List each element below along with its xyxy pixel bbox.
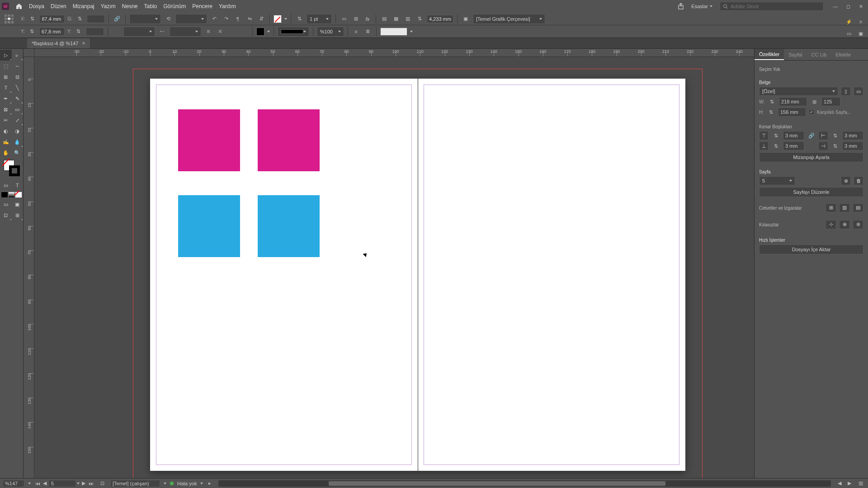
scissors-tool[interactable]: ✂ <box>0 115 12 126</box>
screen-normal-icon[interactable]: ⊡ <box>0 210 12 221</box>
shear-icon[interactable]: ⬳ <box>158 27 167 36</box>
paragraph-icon[interactable]: ¶ <box>233 14 242 23</box>
x-field[interactable]: 87,4 mm <box>39 15 65 23</box>
story-editor-icon[interactable]: ▸ <box>207 480 213 487</box>
menu-file[interactable]: Dosya <box>29 3 44 9</box>
facing-pages-check[interactable]: ✓ <box>809 109 814 115</box>
line-tool[interactable]: ╲ <box>12 82 24 93</box>
adjust-layout-button[interactable]: Mizanpajı Ayarla <box>759 152 863 162</box>
gradient-feather-tool[interactable]: ◑ <box>12 126 24 136</box>
preflight-profile[interactable]: [Temel] (çalışan) <box>110 480 160 487</box>
constrain-icon[interactable]: 🔗 <box>113 14 122 23</box>
hand-tool[interactable]: ✋ <box>0 147 12 158</box>
show-guides-button[interactable]: ⊹ <box>826 220 836 229</box>
preset-dropdown[interactable]: [Özel] <box>759 87 838 96</box>
errors-menu-icon[interactable] <box>200 483 203 484</box>
align-center-icon[interactable]: ≣ <box>363 27 373 36</box>
new-page-button[interactable]: ⊕ <box>841 176 851 185</box>
pencil-tool[interactable]: ✎ <box>12 93 24 104</box>
margin-inside[interactable]: 3 mm <box>842 131 863 140</box>
y-stepper-icon[interactable]: ⇅ <box>28 27 37 36</box>
rectangle-tool[interactable]: ▭ <box>12 104 24 115</box>
format-text-icon[interactable]: T <box>12 180 24 191</box>
stroke-style-dropdown[interactable] <box>278 27 309 37</box>
height-field[interactable]: 156 mm <box>778 108 806 117</box>
canvas[interactable]: -30-20-100102030405060708090100110120130… <box>24 49 754 478</box>
scroll-left-icon[interactable]: ◀ <box>836 480 843 487</box>
baseline-grid-button[interactable]: ▤ <box>853 203 863 212</box>
menu-object[interactable]: Nesne <box>122 3 138 9</box>
g-stepper-icon[interactable]: ⇅ <box>75 14 84 23</box>
zoom-dropdown[interactable]: %100 <box>317 27 344 37</box>
quick-apply-icon[interactable]: ⚡ <box>844 17 854 26</box>
view-preview-icon[interactable]: ▣ <box>12 199 24 210</box>
rectangle-frame-tool[interactable]: ⊠ <box>0 104 12 115</box>
corner-radius-field[interactable]: 4,233 mm <box>427 15 453 23</box>
window-maximize[interactable]: ◻ <box>843 2 854 10</box>
note-tool[interactable]: ✍ <box>0 136 12 147</box>
g-field[interactable] <box>87 15 105 23</box>
direct-selection-tool[interactable]: ▹ <box>12 50 24 61</box>
h-stepper-icon[interactable]: ⇅ <box>74 27 83 36</box>
frame-none-icon[interactable]: ▭ <box>340 14 349 23</box>
scale-y-dropdown[interactable] <box>123 27 155 37</box>
screen-mode-icon[interactable]: ▣ <box>856 29 865 38</box>
window-close[interactable]: ✕ <box>855 2 866 10</box>
format-container-icon[interactable]: ▭ <box>0 180 12 191</box>
screen-preview-icon[interactable]: ⊞ <box>12 210 24 221</box>
effects-icon[interactable]: fx <box>363 14 372 23</box>
flip3-icon[interactable]: ⤮ <box>216 27 225 36</box>
object-style-icon[interactable]: ▣ <box>461 14 470 23</box>
margin-bottom[interactable]: 3 mm <box>783 141 804 150</box>
smart-guides-button[interactable]: ⊕ <box>839 220 850 229</box>
fill-menu-icon[interactable] <box>284 18 287 20</box>
text-wrap-around-icon[interactable]: ▦ <box>392 14 401 23</box>
ruler-units-button[interactable]: ⊞ <box>826 203 836 212</box>
margin-outside[interactable]: 3 mm <box>842 141 863 150</box>
stock-search[interactable] <box>720 2 824 11</box>
apply-none[interactable] <box>15 192 22 198</box>
corner-stepper-icon[interactable]: ⇅ <box>415 14 424 23</box>
panel-menu-icon[interactable]: ≡ <box>856 17 865 26</box>
first-page-button[interactable]: ⏮ <box>34 480 41 487</box>
menu-window[interactable]: Pencere <box>192 3 212 9</box>
text-wrap-jump-icon[interactable]: ▥ <box>403 14 412 23</box>
opacity-field[interactable] <box>380 28 407 36</box>
next-page-button[interactable]: ▶ <box>80 480 87 487</box>
apply-color[interactable] <box>1 192 8 198</box>
orientation-portrait[interactable]: ▯ <box>841 87 851 96</box>
content-placer-tool[interactable]: ⊟ <box>12 71 24 82</box>
pages-field[interactable]: 125 <box>821 97 840 106</box>
zoom-menu-icon[interactable] <box>28 483 31 484</box>
workspace-switcher[interactable]: Esaslar <box>691 4 712 9</box>
menu-edit[interactable]: Düzen <box>51 3 66 9</box>
stroke-swatch[interactable] <box>256 28 264 36</box>
page-tool[interactable]: ⬚ <box>0 61 12 71</box>
horizontal-ruler[interactable]: -30-20-100102030405060708090100110120130… <box>34 49 754 57</box>
scroll-right-icon[interactable]: ▶ <box>846 480 853 487</box>
view-normal-icon[interactable]: ▭ <box>0 199 12 210</box>
preflight-menu-icon[interactable] <box>164 483 166 484</box>
scale-x-dropdown[interactable] <box>129 14 161 24</box>
stock-search-input[interactable] <box>731 4 821 9</box>
vertical-ruler[interactable]: 0102030405060708090100110120130140150 <box>24 57 34 478</box>
tab-cclib[interactable]: CC Lib <box>807 49 831 60</box>
menu-type[interactable]: Yazım <box>101 3 116 9</box>
horizontal-scrollbar[interactable] <box>218 480 831 487</box>
fill-stroke-proxy[interactable] <box>2 160 21 178</box>
stroke-menu-icon[interactable] <box>267 31 270 33</box>
rotate-icon[interactable]: ⟲ <box>164 14 173 23</box>
tab-properties[interactable]: Özellikler <box>755 49 784 60</box>
text-wrap-none-icon[interactable]: ▤ <box>380 14 389 23</box>
object-style-dropdown[interactable]: [Temel Grafik Çerçevesi] <box>473 14 545 24</box>
split-view-icon[interactable]: ▥ <box>856 479 865 488</box>
ruler-origin[interactable] <box>24 49 34 57</box>
menu-layout[interactable]: Mizanpaj <box>73 3 94 9</box>
tab-pages[interactable]: Sayfal <box>784 49 807 60</box>
share-icon[interactable] <box>678 3 685 10</box>
content-collector-tool[interactable]: ⊞ <box>0 71 12 82</box>
close-tab-icon[interactable]: × <box>82 40 85 47</box>
last-page-button[interactable]: ⏭ <box>88 480 94 487</box>
stroke-weight-dropdown[interactable]: 1 pt <box>307 14 332 24</box>
page-number-dropdown[interactable]: 5 <box>759 176 795 185</box>
